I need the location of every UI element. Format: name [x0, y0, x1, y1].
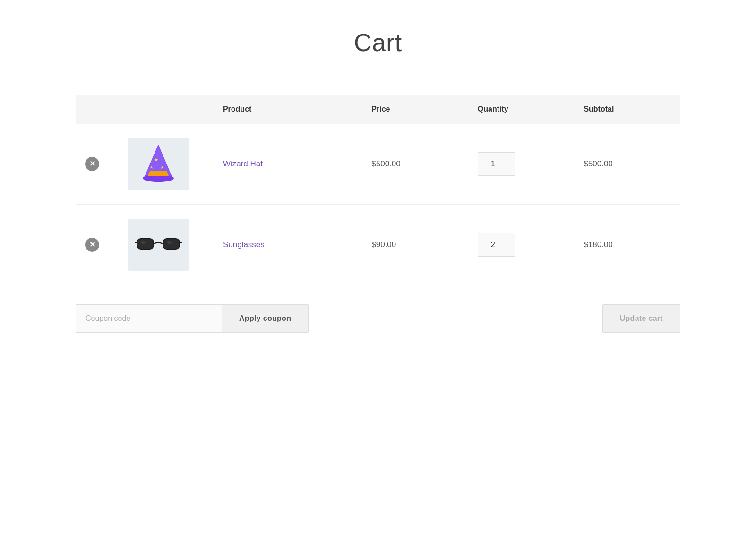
col-header-product: Product [214, 95, 362, 124]
remove-cell: ✕ [76, 205, 118, 285]
svg-text:★: ★ [150, 165, 153, 170]
svg-rect-6 [137, 239, 154, 249]
product-name-cell: Sunglasses [214, 205, 362, 285]
update-cart-button[interactable]: Update cart [602, 304, 680, 333]
remove-icon: ✕ [85, 157, 99, 171]
subtotal-cell: $500.00 [574, 124, 680, 205]
quantity-cell [468, 205, 575, 285]
page-title: Cart [76, 28, 680, 57]
remove-icon: ✕ [85, 238, 99, 252]
coupon-code-input[interactable] [76, 304, 222, 333]
cart-table: Product Price Quantity Subtotal ✕ [76, 95, 680, 285]
wizard-hat-quantity-input[interactable] [478, 152, 515, 176]
col-header-subtotal: Subtotal [574, 95, 680, 124]
col-header-quantity: Quantity [468, 95, 575, 124]
svg-point-10 [141, 241, 146, 244]
apply-coupon-button[interactable]: Apply coupon [222, 304, 309, 333]
sunglasses-image-wrap [128, 219, 189, 271]
cart-actions: Apply coupon Update cart [76, 304, 680, 333]
sunglasses-quantity-input[interactable] [478, 233, 515, 257]
col-header-remove [76, 95, 118, 124]
svg-text:★: ★ [160, 165, 164, 170]
table-row: ✕ [76, 205, 680, 285]
table-header-row: Product Price Quantity Subtotal [76, 95, 680, 124]
image-cell: ★ ★ ★ [118, 124, 214, 205]
svg-point-11 [167, 241, 172, 244]
image-cell [118, 205, 214, 285]
svg-marker-2 [148, 171, 169, 176]
wizard-hat-image-wrap: ★ ★ ★ [128, 138, 189, 190]
svg-text:★: ★ [154, 156, 159, 163]
price-cell: $500.00 [362, 124, 468, 205]
wizard-hat-link[interactable]: Wizard Hat [223, 159, 263, 168]
remove-sunglasses-button[interactable]: ✕ [85, 238, 99, 252]
product-name-cell: Wizard Hat [214, 124, 362, 205]
price-cell: $90.00 [362, 205, 468, 285]
cart-page: Cart Product Price Quantity Subtotal ✕ [0, 0, 756, 535]
col-header-image [118, 95, 214, 124]
remove-wizard-hat-button[interactable]: ✕ [85, 157, 99, 171]
svg-rect-7 [163, 239, 180, 249]
subtotal-cell: $180.00 [574, 205, 680, 285]
col-header-price: Price [362, 95, 468, 124]
wizard-hat-icon: ★ ★ ★ [139, 143, 177, 185]
sunglasses-icon [135, 233, 182, 257]
table-row: ✕ ★ [76, 124, 680, 205]
sunglasses-link[interactable]: Sunglasses [223, 240, 265, 249]
remove-cell: ✕ [76, 124, 118, 205]
quantity-cell [468, 124, 575, 205]
